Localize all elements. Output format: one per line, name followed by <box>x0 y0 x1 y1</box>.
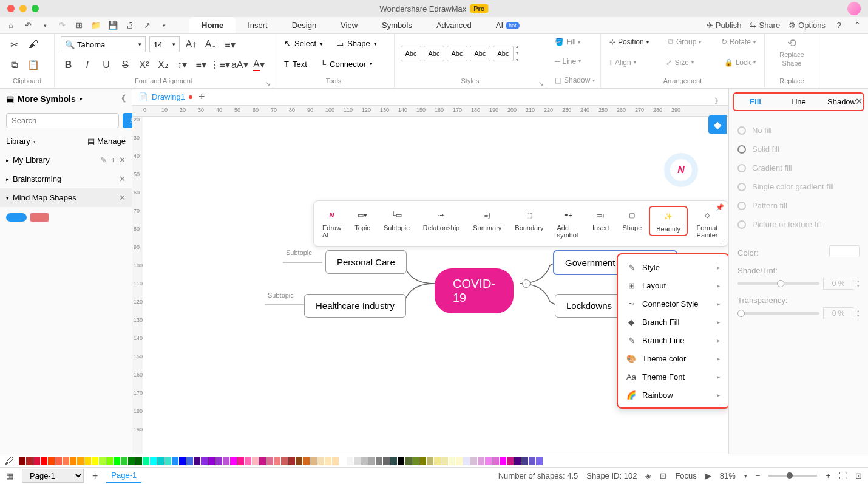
add-page-icon[interactable]: + <box>92 471 98 482</box>
redo-icon[interactable]: ↷ <box>57 21 67 30</box>
home-icon[interactable]: ⌂ <box>6 21 16 30</box>
collapse-ribbon-icon[interactable]: ⌃ <box>852 21 862 30</box>
color-swatch[interactable] <box>383 457 390 465</box>
color-swatch[interactable] <box>179 457 186 465</box>
color-swatch[interactable] <box>106 457 113 465</box>
color-swatch[interactable] <box>405 457 412 465</box>
help-icon[interactable]: ? <box>834 21 844 30</box>
open-icon[interactable]: 📁 <box>91 21 101 30</box>
fill-no-fill[interactable]: No fill <box>737 121 860 140</box>
fit-page-icon[interactable]: ⛶ <box>839 471 847 480</box>
shade-down[interactable]: ▾ <box>857 284 860 288</box>
node-lockdowns[interactable]: Lockdowns <box>555 294 623 318</box>
format-side-tab[interactable]: ◆ <box>708 115 727 134</box>
color-swatch[interactable] <box>441 457 448 465</box>
line-dropdown[interactable]: ─Line▾ <box>552 56 594 67</box>
node-center[interactable]: COVID-19 <box>435 268 514 313</box>
doc-tab-drawing1[interactable]: 📄 Drawing1 <box>138 92 192 101</box>
symbol-search-input[interactable] <box>6 113 119 128</box>
replace-shape-button[interactable]: ⟲ Replace Shape <box>779 36 804 67</box>
eyedropper-icon[interactable]: 🖍 <box>5 455 16 466</box>
color-swatch[interactable] <box>536 457 543 465</box>
color-swatch[interactable] <box>99 457 106 465</box>
color-swatch[interactable] <box>84 457 91 465</box>
undo-icon[interactable]: ↶ <box>23 21 33 30</box>
color-picker[interactable] <box>829 245 860 257</box>
tab-design[interactable]: Design <box>280 17 328 33</box>
expand-right[interactable]: − <box>522 279 531 288</box>
ft-boundary[interactable]: ⬚Boundary <box>509 206 549 234</box>
color-swatch[interactable] <box>194 457 200 465</box>
library-label[interactable]: Library « <box>6 137 35 146</box>
text-spacing-icon[interactable]: ↕▾ <box>174 57 189 73</box>
color-swatch[interactable] <box>449 457 455 465</box>
format-brush-icon[interactable]: 🖌 <box>25 36 41 52</box>
text-tool[interactable]: TText <box>279 57 312 71</box>
color-swatch[interactable] <box>529 457 535 465</box>
add-tab-icon[interactable]: + <box>198 90 205 103</box>
color-swatch[interactable] <box>281 457 288 465</box>
ctx-branch-fill[interactable]: ◆Branch Fill▸ <box>618 313 728 331</box>
color-swatch[interactable] <box>252 457 259 465</box>
focus-label[interactable]: Focus <box>675 471 696 480</box>
color-swatch[interactable] <box>201 457 208 465</box>
color-swatch[interactable] <box>492 457 499 465</box>
color-swatch[interactable] <box>230 457 237 465</box>
copy-icon[interactable]: ⧉ <box>6 57 22 73</box>
italic-icon[interactable]: I <box>80 57 95 73</box>
ctx-theme-font[interactable]: AaTheme Font▸ <box>618 367 728 386</box>
color-swatch[interactable] <box>310 457 317 465</box>
color-swatch[interactable] <box>361 457 368 465</box>
styles-launcher[interactable]: ↘ <box>538 80 543 87</box>
color-swatch[interactable] <box>303 457 310 465</box>
case-icon[interactable]: aA▾ <box>232 57 248 73</box>
resize-handle-icon[interactable]: ⋰ <box>720 239 725 245</box>
zoom-dropdown[interactable]: ▾ <box>744 473 747 479</box>
tab-line[interactable]: Line <box>777 94 820 110</box>
line-spacing-icon[interactable]: ≡▾ <box>194 57 209 73</box>
rotate-dropdown[interactable]: ↻Rotate▾ <box>719 36 758 47</box>
manage-library[interactable]: ▤ Manage <box>87 137 126 146</box>
ft-relationship[interactable]: ⇢Relationship <box>417 206 466 234</box>
color-swatch[interactable] <box>419 457 426 465</box>
color-swatch[interactable] <box>339 457 346 465</box>
color-swatch[interactable] <box>427 457 433 465</box>
style-preset-4[interactable]: Abc <box>470 46 490 61</box>
tab-ai[interactable]: AI hot <box>484 17 532 33</box>
options-button[interactable]: ⚙Options <box>788 21 826 30</box>
user-avatar[interactable] <box>847 2 861 15</box>
trans-up[interactable]: ▴ <box>857 308 860 313</box>
fill-gradient[interactable]: Gradient fill <box>737 158 860 177</box>
color-swatch[interactable] <box>150 457 157 465</box>
color-swatch[interactable] <box>208 457 215 465</box>
page-tab[interactable]: Page-1 <box>106 468 141 483</box>
style-down-icon[interactable]: ▾ <box>516 50 518 56</box>
subscript-icon[interactable]: X₂ <box>155 57 171 73</box>
canvas[interactable]: N NEdraw AI ▭▾Topic └▭Subtopic ⇢Relation… <box>143 117 728 454</box>
close-panel-icon[interactable]: ✕ <box>855 96 863 107</box>
tab-fill[interactable]: Fill <box>734 94 777 110</box>
color-swatch[interactable] <box>245 457 251 465</box>
color-swatch[interactable] <box>33 457 40 465</box>
paste-icon[interactable]: 📋 <box>25 57 41 73</box>
color-swatch[interactable] <box>470 457 477 465</box>
style-more-icon[interactable]: ▾ <box>516 57 518 63</box>
color-swatch[interactable] <box>478 457 484 465</box>
color-swatch[interactable] <box>237 457 244 465</box>
ctx-branch-line[interactable]: ✎Branch Line▸ <box>618 331 728 349</box>
add-lib-icon[interactable]: + <box>110 155 115 165</box>
color-swatch[interactable] <box>164 457 171 465</box>
fill-texture[interactable]: Picture or texture fill <box>737 215 860 234</box>
color-swatch[interactable] <box>143 457 149 465</box>
color-swatch[interactable] <box>514 457 521 465</box>
connector-tool[interactable]: └Connector▾ <box>316 57 378 71</box>
maximize-window[interactable] <box>32 5 39 12</box>
lock-dropdown[interactable]: 🔒Lock▾ <box>722 57 758 68</box>
shade-up[interactable]: ▴ <box>857 279 860 284</box>
close-window[interactable] <box>7 5 15 12</box>
color-swatch[interactable] <box>296 457 302 465</box>
style-preset-2[interactable]: Abc <box>424 46 444 61</box>
color-swatch[interactable] <box>317 457 324 465</box>
ctx-layout[interactable]: ⊞Layout▸ <box>618 276 728 295</box>
ft-topic[interactable]: ▭▾Topic <box>348 206 376 234</box>
